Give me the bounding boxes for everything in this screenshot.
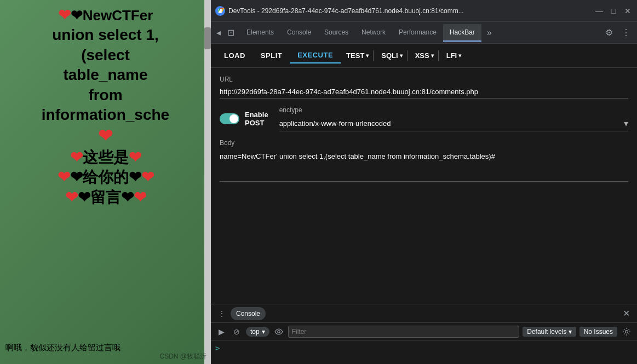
window-controls: — □ ✕ (594, 6, 633, 16)
console-toolbar: ▶ ⊘ top ▾ Default levels ▾ No Issues (211, 323, 637, 340)
console-prompt: > (215, 344, 220, 353)
post-row: Enable POST enctype application/x-www-fo… (220, 106, 628, 131)
close-button[interactable]: ✕ (623, 6, 633, 16)
console-block-button[interactable]: ⊘ (231, 326, 243, 338)
console-eye-button[interactable] (273, 326, 285, 338)
watermark: CSDN @牧聪沂 (159, 352, 206, 361)
url-input[interactable] (220, 85, 628, 99)
top-arrow-icon: ▾ (262, 328, 265, 336)
toolbar-divider-2 (407, 50, 408, 61)
minimize-button[interactable]: — (594, 6, 604, 16)
tab-network[interactable]: Network (355, 24, 392, 42)
console-top-selector[interactable]: top ▾ (246, 327, 269, 337)
hackbar-split-button[interactable]: SPLIT (253, 48, 290, 63)
webpage-panel: ❤❤NewCTFer union select 1, (select table… (0, 0, 211, 364)
enctype-dropdown-arrow: ▾ (624, 118, 628, 129)
console-close-button[interactable]: ✕ (619, 307, 633, 320)
footer-text: 啊哦，貌似还没有人给留过言哦 (5, 343, 120, 353)
toolbar-divider-1 (373, 50, 374, 61)
test-dropdown-arrow: ▾ (366, 53, 369, 59)
svg-point-2 (277, 330, 279, 332)
line-7: ❤这些是❤ (8, 148, 203, 167)
console-filter-input[interactable] (288, 326, 520, 338)
nav-back-button[interactable]: ◂ (214, 25, 223, 40)
hackbar-lfi-button[interactable]: LFI ▾ (441, 48, 464, 63)
line-3: (select (8, 45, 203, 65)
scrollbar-thumb[interactable] (204, 27, 211, 49)
maximize-button[interactable]: □ (609, 6, 618, 16)
tab-console-bottom[interactable]: Console (231, 307, 266, 320)
console-tab-bar: ⋮ Console ✕ (211, 304, 637, 323)
hackbar-toolbar: LOAD SPLIT EXECUTE TEST ▾ SQLI ▾ XSS ▾ L… (211, 44, 637, 68)
console-levels-button[interactable]: Default levels ▾ (523, 327, 576, 337)
console-menu-button[interactable]: ⋮ (215, 307, 228, 320)
webpage-footer: 啊哦，貌似还没有人给留过言哦 (5, 343, 120, 353)
devtools-title: DevTools - 292d69fa-28a7-44ec-974c-ad7ea… (228, 7, 591, 15)
body-field-group: Body name=NewCTFer' union select 1,(sele… (220, 139, 628, 182)
console-settings-button[interactable] (621, 326, 633, 338)
chrome-icon (215, 6, 225, 16)
url-label: URL (220, 76, 628, 83)
scrollbar[interactable] (204, 0, 211, 364)
hackbar-test-button[interactable]: TEST ▾ (341, 48, 371, 63)
xss-dropdown-arrow: ▾ (431, 53, 434, 59)
hackbar-xss-button[interactable]: XSS ▾ (410, 48, 436, 63)
nav-forward-button[interactable]: ⊡ (225, 25, 237, 40)
tab-console[interactable]: Console (280, 24, 318, 42)
line-2: union select 1, (8, 25, 203, 45)
body-input[interactable]: name=NewCTFer' union select 1,(select ta… (220, 149, 628, 182)
console-issues-button[interactable]: No Issues (579, 327, 617, 337)
sqli-dropdown-arrow: ▾ (400, 53, 403, 59)
devtools-more-button[interactable]: ⋮ (618, 23, 634, 42)
lfi-dropdown-arrow: ▾ (458, 53, 461, 59)
enable-post-label: Enable POST (245, 111, 268, 127)
devtools-settings-button[interactable]: ⚙ (600, 23, 618, 42)
toolbar-divider-3 (438, 50, 439, 61)
line-6: information_sche (8, 105, 203, 125)
hackbar-load-button[interactable]: LOAD (216, 48, 253, 63)
line-1: ❤❤NewCTFer (8, 5, 203, 25)
tab-elements[interactable]: Elements (240, 24, 280, 42)
line-8: ❤❤给你的❤❤ (8, 167, 203, 187)
hackbar-sqli-button[interactable]: SQLI ▾ (376, 48, 404, 63)
tab-hackbar[interactable]: HackBar (443, 24, 481, 42)
enctype-select[interactable]: application/x-www-form-urlencoded multip… (279, 119, 624, 128)
devtools-tab-bar: ◂ ⊡ Elements Console Sources Network Per… (211, 22, 637, 44)
console-play-button[interactable]: ▶ (215, 326, 227, 338)
enable-post-area: Enable POST (220, 111, 268, 127)
devtools-titlebar: DevTools - 292d69fa-28a7-44ec-974c-ad7ea… (211, 0, 637, 22)
tab-performance[interactable]: Performance (392, 24, 443, 42)
devtools-panel: DevTools - 292d69fa-28a7-44ec-974c-ad7ea… (211, 0, 637, 364)
enctype-select-wrap: application/x-www-form-urlencoded multip… (279, 116, 628, 131)
svg-point-3 (625, 330, 628, 333)
line-4: table_name (8, 65, 203, 85)
console-panel: ⋮ Console ✕ ▶ ⊘ top ▾ Default levels ▾ N… (211, 304, 637, 364)
more-tabs-button[interactable]: » (481, 24, 497, 42)
eye-icon (274, 328, 283, 335)
line-5: from (8, 85, 203, 105)
top-label-text: top (250, 328, 260, 336)
heart-icon: ❤ (58, 7, 71, 24)
webpage-content: ❤❤NewCTFer union select 1, (select table… (0, 0, 211, 213)
body-label: Body (220, 139, 628, 147)
console-settings-icon (622, 327, 631, 336)
enable-post-toggle[interactable] (220, 113, 239, 124)
enctype-label: enctype (279, 106, 628, 114)
enctype-area: enctype application/x-www-form-urlencode… (279, 106, 628, 131)
hackbar-execute-button[interactable]: EXECUTE (290, 48, 341, 63)
url-field-group: URL (220, 76, 628, 99)
tab-sources[interactable]: Sources (318, 24, 355, 42)
line-heart: ❤ (8, 125, 203, 148)
console-body: > (211, 340, 637, 364)
hackbar-content: URL Enable POST enctype application/x-ww… (211, 68, 637, 304)
line-9: ❤❤留言❤❤ (8, 188, 203, 207)
